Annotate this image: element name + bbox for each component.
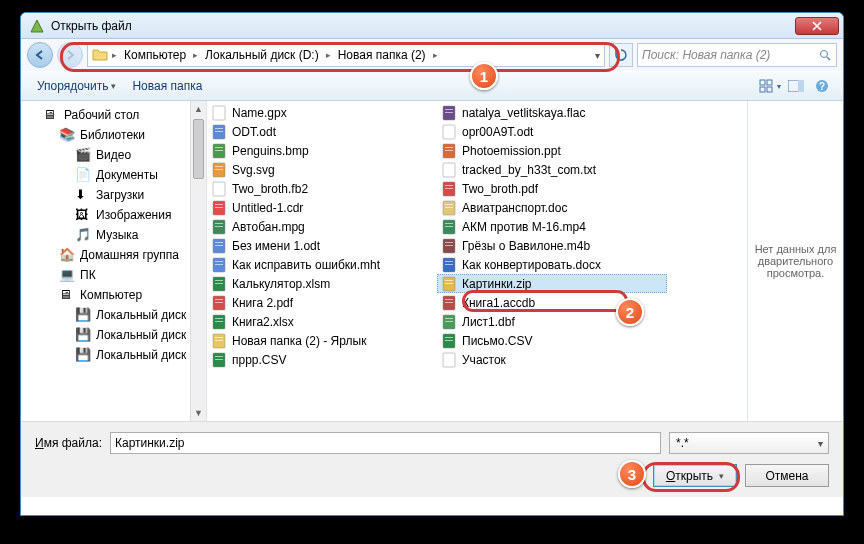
organize-button[interactable]: Упорядочить▾: [29, 75, 124, 97]
file-item[interactable]: Без имени 1.odt: [207, 236, 437, 255]
svg-rect-74: [445, 245, 453, 246]
txt-icon: [441, 162, 457, 178]
file-item[interactable]: tracked_by_h33t_com.txt: [437, 160, 667, 179]
file-item[interactable]: ODT.odt: [207, 122, 437, 141]
tree-item[interactable]: 💻ПК: [21, 265, 206, 285]
file-item[interactable]: Как конвертировать.docx: [437, 255, 667, 274]
tree-item[interactable]: 🖥Компьютер: [21, 285, 206, 305]
search-box[interactable]: Поиск: Новая папка (2): [637, 43, 837, 67]
back-button[interactable]: [27, 42, 53, 68]
bmp-icon: [211, 143, 227, 159]
svg-rect-34: [215, 261, 223, 262]
file-item[interactable]: Two_broth.fb2: [207, 179, 437, 198]
svg-rect-35: [215, 264, 223, 265]
svg-rect-68: [445, 207, 453, 208]
file-item[interactable]: Автобан.mpg: [207, 217, 437, 236]
file-list: Name.gpxODT.odtPenguins.bmpSvg.svgTwo_br…: [207, 101, 747, 421]
file-item[interactable]: Книга2.xlsx: [207, 312, 437, 331]
cancel-button[interactable]: Отмена: [745, 464, 829, 487]
svg-rect-10: [215, 109, 223, 110]
zip-icon: [441, 276, 457, 292]
tree-item[interactable]: 📄Документы: [21, 165, 206, 185]
breadcrumb-2[interactable]: Новая папка (2): [335, 46, 429, 64]
drive-icon: 💾: [75, 307, 91, 323]
file-item[interactable]: Two_broth.pdf: [437, 179, 667, 198]
gpx-icon: [211, 105, 227, 121]
file-item[interactable]: Photoemission.ppt: [437, 141, 667, 160]
svg-rect-88: [445, 337, 453, 338]
tree-scrollbar[interactable]: ▲▼: [190, 101, 206, 421]
file-item[interactable]: Как исправить ошибки.mht: [207, 255, 437, 274]
file-item[interactable]: Untitled-1.cdr: [207, 198, 437, 217]
file-item[interactable]: Name.gpx: [207, 103, 437, 122]
tree-item[interactable]: 🎬Видео: [21, 145, 206, 165]
tree-item[interactable]: ⬇Загрузки: [21, 185, 206, 205]
odt-icon: [211, 238, 227, 254]
close-button[interactable]: [795, 17, 839, 35]
svg-rect-92: [445, 359, 453, 360]
new-folder-button[interactable]: Новая папка: [124, 75, 210, 97]
file-item[interactable]: opr00A9T.odt: [437, 122, 667, 141]
file-item[interactable]: Картинки.zip: [437, 274, 667, 293]
xlsx-icon: [211, 314, 227, 330]
svg-rect-50: [215, 359, 223, 360]
svg-rect-83: [445, 302, 453, 303]
drive-icon: 💾: [75, 347, 91, 363]
svg-rect-13: [215, 128, 223, 129]
file-filter[interactable]: *.*: [669, 432, 829, 454]
svg-text:?: ?: [819, 81, 825, 92]
file-item[interactable]: Участок: [437, 350, 667, 369]
file-item[interactable]: Грёзы о Вавилоне.m4b: [437, 236, 667, 255]
breadcrumb-0[interactable]: Компьютер: [121, 46, 189, 64]
pdf-icon: [211, 295, 227, 311]
flac-icon: [441, 105, 457, 121]
forward-button[interactable]: [57, 42, 83, 68]
tree-item[interactable]: 📚Библиотеки: [21, 125, 206, 145]
preview-pane-button[interactable]: [783, 75, 809, 97]
svg-rect-86: [445, 321, 453, 322]
video-icon: 🎬: [75, 147, 91, 163]
svg-rect-26: [215, 207, 223, 208]
address-bar[interactable]: ▸ Компьютер ▸ Локальный диск (D:) ▸ Нова…: [87, 43, 605, 67]
breadcrumb-1[interactable]: Локальный диск (D:): [202, 46, 322, 64]
svg-rect-77: [445, 264, 453, 265]
file-item[interactable]: Svg.svg: [207, 160, 437, 179]
tree-item[interactable]: 💾Локальный диск: [21, 305, 206, 325]
file-item[interactable]: Письмо.CSV: [437, 331, 667, 350]
open-button[interactable]: Открыть▾: [653, 464, 737, 487]
file-item[interactable]: Penguins.bmp: [207, 141, 437, 160]
filename-label: Имя файла:: [35, 436, 102, 450]
file-item[interactable]: Авиатранспорт.doc: [437, 198, 667, 217]
svg-rect-6: [798, 80, 804, 92]
refresh-button[interactable]: [609, 43, 633, 67]
csv-icon: [211, 352, 227, 368]
file-item[interactable]: пррр.CSV: [207, 350, 437, 369]
content-area: 🖥Рабочий стол📚Библиотеки🎬Видео📄Документы…: [21, 101, 843, 421]
svg-rect-62: [445, 169, 453, 170]
toolbar: Упорядочить▾ Новая папка ▾ ?: [21, 71, 843, 101]
file-item[interactable]: Калькулятор.xlsm: [207, 274, 437, 293]
tree-item[interactable]: 🏠Домашняя группа: [21, 245, 206, 265]
svg-rect-56: [445, 131, 453, 132]
svg-rect-70: [445, 223, 453, 224]
tree-item[interactable]: 🖥Рабочий стол: [21, 105, 206, 125]
file-item[interactable]: Книга 2.pdf: [207, 293, 437, 312]
view-button[interactable]: ▾: [757, 75, 783, 97]
footer: Имя файла: *.* Открыть▾ Отмена: [21, 421, 843, 497]
cdr-icon: [211, 200, 227, 216]
help-button[interactable]: ?: [809, 75, 835, 97]
file-item[interactable]: natalya_vetlitskaya.flac: [437, 103, 667, 122]
tree-item[interactable]: 🎵Музыка: [21, 225, 206, 245]
file-item[interactable]: Новая папка (2) - Ярлык: [207, 331, 437, 350]
desktop-icon: 🖥: [43, 107, 59, 123]
nav-row: ▸ Компьютер ▸ Локальный диск (D:) ▸ Нова…: [21, 39, 843, 71]
file-item[interactable]: АКМ против М-16.mp4: [437, 217, 667, 236]
filename-input[interactable]: [110, 432, 661, 454]
tree-item[interactable]: 💾Локальный диск: [21, 345, 206, 365]
doc-icon: 📄: [75, 167, 91, 183]
svg-rect-4: [767, 87, 772, 92]
tree-item[interactable]: 💾Локальный диск: [21, 325, 206, 345]
txt-icon: [441, 124, 457, 140]
svg-rect-28: [215, 223, 223, 224]
tree-item[interactable]: 🖼Изображения: [21, 205, 206, 225]
